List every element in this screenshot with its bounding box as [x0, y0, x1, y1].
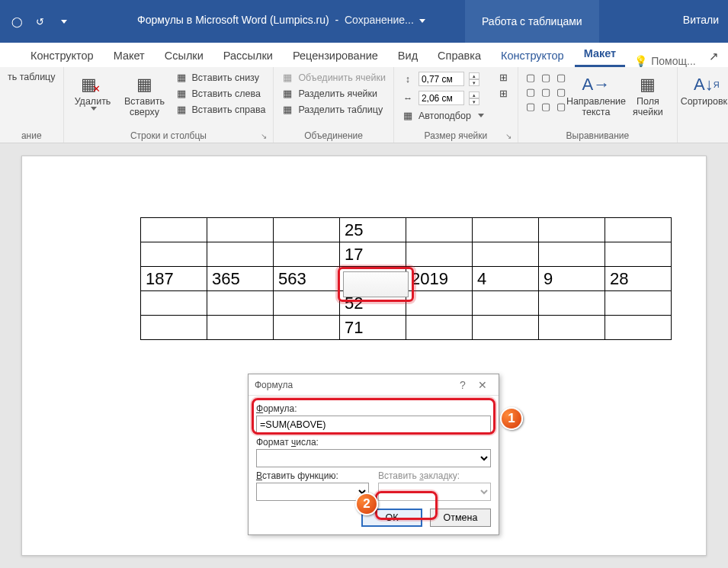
- insert-right-button[interactable]: ▦Вставить справа: [172, 102, 269, 117]
- merge-cells-icon: ▦: [281, 72, 293, 83]
- insert-bookmark-select: [378, 483, 491, 501]
- tell-me-search[interactable]: 💡Помощ...: [634, 55, 695, 67]
- table-row[interactable]: 52: [141, 291, 672, 316]
- insert-left-button[interactable]: ▦Вставить слева: [172, 86, 269, 101]
- distribute-cols-icon: ⊞: [498, 88, 510, 99]
- autofit-icon: ▦: [402, 110, 414, 121]
- row-height-icon: ↕: [402, 74, 414, 85]
- document-title: Формулы в Microsoft Word (Lumpics.ru) - …: [137, 14, 425, 26]
- insert-below-icon: ▦: [175, 72, 188, 83]
- tab-view[interactable]: Вид: [389, 45, 427, 67]
- insert-bookmark-label: Вставить закладку:: [378, 470, 491, 481]
- cancel-button[interactable]: Отмена: [430, 509, 491, 527]
- dialog-title: Формула: [255, 380, 453, 390]
- split-cells-icon: ▦: [281, 88, 293, 99]
- table-tools-context-tab: Работа с таблицами: [465, 0, 599, 43]
- col-width-control[interactable]: ↔ ▴▾: [399, 89, 487, 107]
- group-alignment: ▢ ▢ ▢ ▢ ▢ ▢ ▢ ▢ ▢ A→ Направление текста: [518, 67, 678, 143]
- split-cells-button[interactable]: ▦Разделить ячейки: [278, 86, 389, 101]
- align-middle-center[interactable]: ▢: [538, 85, 553, 99]
- annotation-badge-1: 1: [500, 407, 523, 430]
- tab-table-layout[interactable]: Макет: [575, 43, 626, 67]
- group-data-label: [682, 129, 728, 141]
- group-rows-columns: ▦✕ Удалить ▦ Вставить сверху ▦Вставить с…: [64, 67, 274, 143]
- insert-function-label: Вставить функцию:: [256, 470, 369, 481]
- align-top-left[interactable]: ▢: [523, 70, 538, 85]
- table-row[interactable]: 71: [141, 316, 672, 340]
- group-merge-label: Объединение: [278, 129, 389, 141]
- table-row[interactable]: 17: [141, 242, 672, 267]
- ribbon: ть таблицу ание ▦✕ Удалить ▦ Вставить св…: [0, 67, 728, 143]
- col-width-input[interactable]: [419, 91, 464, 105]
- formula-input[interactable]: [256, 416, 491, 434]
- insert-right-icon: ▦: [175, 104, 188, 115]
- tab-review[interactable]: Рецензирование: [284, 45, 387, 67]
- rows-cols-dialog-launcher[interactable]: ↘: [261, 132, 270, 141]
- table-row[interactable]: 25: [141, 218, 672, 242]
- merge-cells-button: ▦Объединить ячейки: [278, 70, 389, 85]
- group-alignment-label: Выравнивание: [523, 129, 672, 141]
- split-table-button[interactable]: ▦Разделить таблицу: [278, 102, 389, 117]
- row-height-input[interactable]: [419, 72, 464, 86]
- insert-function-select[interactable]: [256, 483, 369, 501]
- group-cell-size: ↕ ▴▾ ↔ ▴▾ ▦Автоподбор ⊞ ⊞ Размер ячейки …: [394, 67, 518, 143]
- insert-below-button[interactable]: ▦Вставить снизу: [172, 70, 269, 85]
- align-bottom-left[interactable]: ▢: [523, 99, 538, 114]
- cell-size-dialog-launcher[interactable]: ↘: [505, 132, 515, 141]
- distribute-cols-button[interactable]: ⊞: [495, 86, 513, 101]
- draw-table-button[interactable]: ть таблицу: [5, 70, 59, 84]
- insert-above-button[interactable]: ▦ Вставить сверху: [120, 70, 169, 121]
- autosave-toggle[interactable]: ◯: [11, 15, 23, 27]
- group-merge: ▦Объединить ячейки ▦Разделить ячейки ▦Ра…: [274, 67, 394, 143]
- annotation-badge-2: 2: [355, 493, 378, 515]
- insert-left-icon: ▦: [175, 88, 188, 99]
- tab-table-constructor[interactable]: Конструктор: [492, 45, 573, 67]
- cell-margins-icon: ▦: [640, 73, 656, 96]
- ribbon-tabs: Конструктор Макет Ссылки Рассылки Реценз…: [0, 43, 728, 67]
- sort-icon: A↓Я: [694, 73, 720, 96]
- align-top-center[interactable]: ▢: [538, 70, 553, 85]
- split-table-icon: ▦: [281, 104, 293, 115]
- lightbulb-icon: 💡: [634, 55, 647, 67]
- tab-references[interactable]: Ссылки: [156, 45, 213, 67]
- delete-button[interactable]: ▦✕ Удалить: [69, 70, 117, 114]
- height-spinner[interactable]: ▴▾: [469, 72, 479, 86]
- autofit-button[interactable]: ▦Автоподбор: [399, 108, 487, 123]
- undo-icon[interactable]: ↺: [34, 15, 46, 27]
- row-height-control[interactable]: ↕ ▴▾: [399, 70, 487, 88]
- align-bottom-center[interactable]: ▢: [538, 99, 553, 114]
- share-button[interactable]: ↗: [700, 46, 728, 67]
- dialog-titlebar[interactable]: Формула ? ✕: [249, 374, 499, 396]
- align-top-right[interactable]: ▢: [553, 70, 569, 85]
- dialog-help-icon[interactable]: ?: [453, 379, 473, 391]
- tab-constructor[interactable]: Конструктор: [21, 45, 103, 67]
- formula-label: Формула:: [256, 403, 491, 414]
- sort-button[interactable]: A↓Я Сортировка: [682, 70, 728, 110]
- text-direction-icon: A→: [582, 73, 611, 96]
- selected-cell[interactable]: [340, 267, 406, 291]
- width-spinner[interactable]: ▴▾: [469, 91, 479, 105]
- align-middle-left[interactable]: ▢: [523, 85, 538, 99]
- group-draw-label: ание: [5, 129, 59, 141]
- delete-icon: ▦✕: [81, 73, 105, 96]
- word-table[interactable]: 25 17 187365563 20194928 52 71: [140, 217, 672, 340]
- titlebar: ◯ ↺ Формулы в Microsoft Word (Lumpics.ru…: [0, 0, 728, 43]
- text-direction-button[interactable]: A→ Направление текста: [572, 70, 621, 121]
- group-rows-columns-label: Строки и столбцы: [69, 129, 269, 141]
- user-name[interactable]: Витали: [683, 14, 719, 26]
- number-format-select[interactable]: [256, 449, 491, 467]
- group-data: A↓Я Сортировка: [678, 67, 728, 143]
- group-cell-size-label: Размер ячейки: [399, 129, 513, 141]
- insert-above-icon: ▦: [136, 73, 152, 96]
- quick-access-toolbar: ◯ ↺: [0, 15, 69, 27]
- group-draw: ть таблицу ание: [0, 67, 64, 143]
- distribute-rows-button[interactable]: ⊞: [495, 70, 513, 85]
- cell-margins-button[interactable]: ▦ Поля ячейки: [624, 70, 672, 121]
- tab-help[interactable]: Справка: [428, 45, 490, 67]
- dialog-close-icon[interactable]: ✕: [473, 379, 492, 391]
- col-width-icon: ↔: [402, 93, 414, 104]
- tab-layout[interactable]: Макет: [104, 45, 154, 67]
- qat-dropdown-icon[interactable]: [56, 15, 69, 27]
- table-row[interactable]: 187365563 20194928: [141, 267, 672, 291]
- tab-mailings[interactable]: Рассылки: [214, 45, 282, 67]
